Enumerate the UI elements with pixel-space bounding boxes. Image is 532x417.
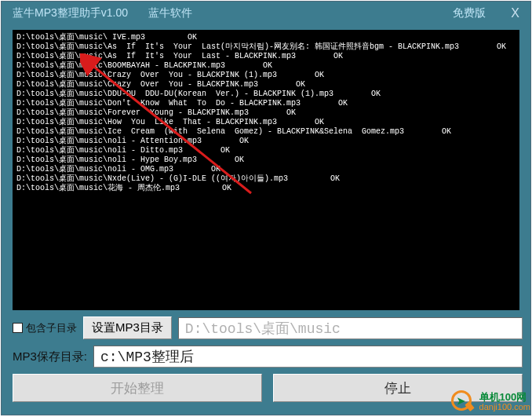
log-console: D:\tools\桌面\music\ IVE.mp3 OKD:\tools\桌面… — [13, 30, 519, 310]
save-dir-label: MP3保存目录: — [13, 349, 87, 364]
log-line: D:\tools\桌面\music\BOOMBAYAH - BLACKPINK.… — [16, 61, 516, 71]
log-line: D:\tools\桌面\music\noli - Hype Boy.mp3 OK — [16, 155, 516, 165]
checkbox-icon[interactable] — [13, 323, 23, 333]
set-mp3-dir-button[interactable]: 设置MP3目录 — [83, 316, 172, 339]
log-line: D:\tools\桌面\music\As If It's Your Last -… — [16, 52, 516, 61]
brand-label: 蓝牛软件 — [148, 6, 192, 20]
directory-row: 包含子目录 设置MP3目录 D:\tools\桌面\music — [13, 316, 523, 339]
start-button[interactable]: 开始整理 — [13, 374, 262, 402]
log-line: D:\tools\桌面\music\Crazy Over You - BLACK… — [16, 80, 516, 90]
checkbox-label: 包含子目录 — [26, 321, 77, 335]
save-dir-value: c:\MP3整理后 — [100, 347, 194, 366]
mp3-dir-input[interactable]: D:\tools\桌面\music — [178, 317, 523, 339]
watermark-en: danji100.com — [479, 402, 530, 412]
log-line: D:\tools\桌面\music\DDU-DU DDU-DU(Korean V… — [16, 90, 516, 99]
log-line: D:\tools\桌面\music\Ice Cream (with Selena… — [16, 127, 516, 137]
log-line: D:\tools\桌面\music\Don't Know What To Do … — [16, 99, 516, 108]
log-line: D:\tools\桌面\music\noli - OMG.mp3 OK — [16, 165, 516, 174]
log-line: D:\tools\桌面\music\花海 - 周杰伦.mp3 OK — [16, 184, 516, 193]
watermark-logo-icon: ➤ — [451, 389, 478, 415]
app-window: 蓝牛MP3整理助手v1.00 蓝牛软件 免费版 X D:\tools\桌面\mu… — [1, 1, 531, 415]
titlebar: 蓝牛MP3整理助手v1.00 蓝牛软件 免费版 X — [2, 2, 530, 25]
log-line: D:\tools\桌面\music\Nxde(Live) - (G)I-DLE … — [16, 174, 516, 184]
app-title: 蓝牛MP3整理助手v1.00 — [13, 6, 128, 20]
action-row: 开始整理 停止 — [13, 374, 523, 402]
close-icon[interactable]: X — [508, 6, 523, 20]
include-subdir-checkbox[interactable]: 包含子目录 — [13, 321, 77, 335]
log-line: D:\tools\桌面\music\Crazy Over You - BLACK… — [16, 71, 516, 80]
log-line: D:\tools\桌面\music\Forever Young - BLACKP… — [16, 108, 516, 118]
log-line: D:\tools\桌面\music\ IVE.mp3 OK — [16, 33, 516, 42]
mp3-dir-value: D:\tools\桌面\music — [185, 319, 341, 338]
log-line: D:\tools\桌面\music\noli - Attention.mp3 O… — [16, 137, 516, 146]
save-dir-row: MP3保存目录: c:\MP3整理后 — [13, 346, 523, 368]
save-dir-input[interactable]: c:\MP3整理后 — [93, 346, 523, 368]
log-line: D:\tools\桌面\music\noli - Ditto.mp3 OK — [16, 146, 516, 155]
log-line: D:\tools\桌面\music\As If It's Your Last(마… — [16, 42, 516, 52]
watermark-cn: 单机100网 — [479, 393, 530, 402]
free-badge: 免费版 — [453, 6, 486, 20]
log-line: D:\tools\桌面\music\How You Like That - BL… — [16, 118, 516, 127]
watermark: ➤ 单机100网 danji100.com — [451, 389, 530, 415]
